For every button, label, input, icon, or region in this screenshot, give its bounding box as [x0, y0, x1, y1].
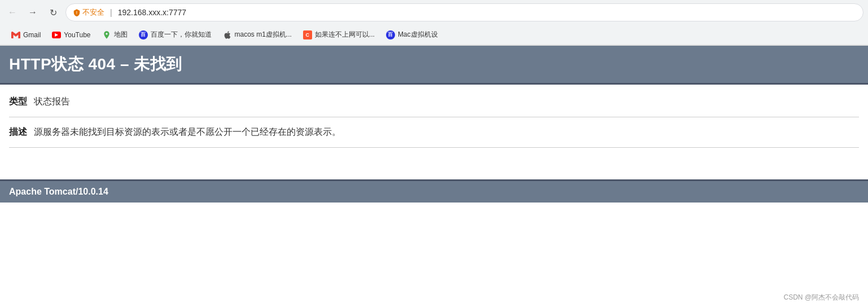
- mac-vm-label: Mac虚拟机设: [398, 30, 438, 39]
- url-display: 192.168.xxx.x:7777: [118, 8, 186, 17]
- divider-1: [9, 117, 859, 117]
- bookmark-mac-vm[interactable]: 百 Mac虚拟机设: [382, 28, 442, 42]
- watermark: CSDN @阿杰不会敲代码: [783, 293, 859, 302]
- baidu-label: 百度一下，你就知道: [151, 30, 212, 39]
- macos-icon: [223, 30, 232, 39]
- security-icon: ! 不安全: [73, 7, 104, 17]
- type-value: 状态报告: [34, 96, 70, 108]
- address-bar[interactable]: ! 不安全 | 192.168.xxx.x:7777: [65, 3, 863, 21]
- browser-chrome: ← → ↻ ! 不安全 | 192.168.xxx.x:7777 Gmail: [0, 0, 868, 46]
- bookmark-gmail[interactable]: Gmail: [7, 28, 45, 42]
- error-header: HTTP状态 404 – 未找到: [0, 46, 868, 85]
- divider-2: [9, 147, 859, 148]
- watermark-text: CSDN @阿杰不会敲代码: [783, 293, 859, 301]
- footer-title: Apache Tomcat/10.0.14: [9, 187, 108, 196]
- description-value: 源服务器未能找到目标资源的表示或者是不愿公开一个已经存在的资源表示。: [34, 126, 341, 138]
- bookmark-maps[interactable]: 地图: [98, 28, 132, 42]
- youtube-label: YouTube: [64, 31, 90, 39]
- mac-vm-icon: 百: [386, 30, 395, 39]
- url-separator: |: [110, 8, 112, 17]
- baidu-icon: 百: [139, 30, 148, 39]
- error-body: 类型 状态报告 描述 源服务器未能找到目标资源的表示或者是不愿公开一个已经存在的…: [0, 85, 868, 168]
- forward-button[interactable]: →: [25, 5, 41, 20]
- bookmark-csdn[interactable]: C 如果连不上网可以...: [299, 28, 379, 42]
- back-button[interactable]: ←: [5, 5, 20, 20]
- type-row: 类型 状态报告: [9, 96, 859, 108]
- type-label: 类型: [9, 96, 29, 108]
- footer-bar: Apache Tomcat/10.0.14: [0, 179, 868, 203]
- csdn-label: 如果连不上网可以...: [315, 30, 375, 39]
- bookmark-baidu[interactable]: 百 百度一下，你就知道: [134, 28, 216, 42]
- maps-label: 地图: [114, 30, 128, 39]
- error-title: HTTP状态 404 – 未找到: [9, 54, 859, 75]
- page-content: HTTP状态 404 – 未找到 类型 状态报告 描述 源服务器未能找到目标资源…: [0, 46, 868, 203]
- bookmark-macos[interactable]: macos m1虚拟机...: [218, 28, 296, 42]
- gmail-label: Gmail: [23, 31, 41, 39]
- csdn-bookmark-icon: C: [303, 30, 312, 39]
- address-bar-row: ← → ↻ ! 不安全 | 192.168.xxx.x:7777: [0, 0, 868, 25]
- reload-button[interactable]: ↻: [45, 5, 61, 20]
- gmail-icon: [11, 30, 20, 39]
- youtube-icon: ▶: [52, 30, 61, 39]
- bookmark-youtube[interactable]: ▶ YouTube: [47, 28, 95, 42]
- description-row: 描述 源服务器未能找到目标资源的表示或者是不愿公开一个已经存在的资源表示。: [9, 126, 859, 138]
- maps-icon: [102, 30, 111, 39]
- description-label: 描述: [9, 126, 29, 138]
- svg-text:!: !: [76, 11, 77, 15]
- bookmarks-bar: Gmail ▶ YouTube 地图 百 百度一下，你就知道: [0, 25, 868, 45]
- security-label: 不安全: [82, 7, 104, 17]
- macos-label: macos m1虚拟机...: [235, 30, 292, 39]
